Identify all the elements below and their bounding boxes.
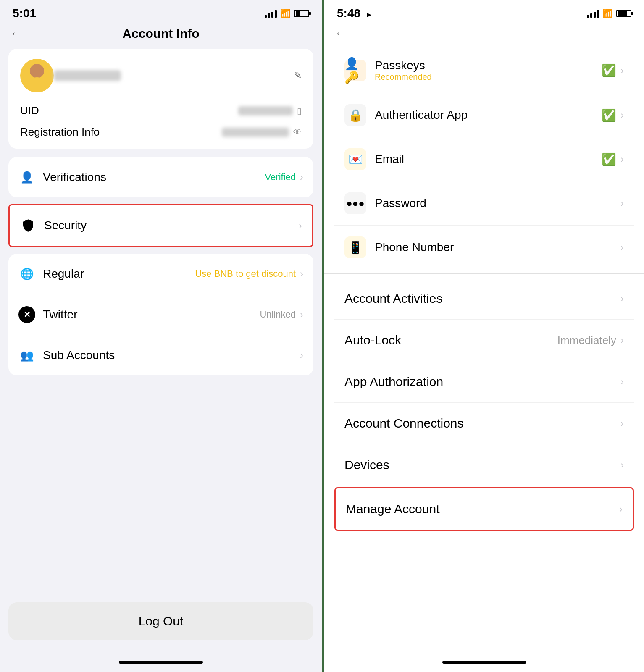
right-back-button[interactable]: ← — [334, 28, 346, 39]
chevron-icon: › — [620, 459, 624, 471]
left-time: 5:01 — [13, 7, 36, 20]
authenticator-icon: 🔒 — [344, 104, 366, 126]
devices-item[interactable]: Devices › — [334, 444, 634, 486]
right-nav-bar: ← — [324, 24, 644, 48]
battery-icon — [616, 10, 631, 17]
security-label: Security — [44, 219, 299, 232]
right-status-icons: 📶 — [587, 8, 631, 18]
phone-item[interactable]: 📱 Phone Number › — [334, 226, 634, 269]
unlinked-badge: Unlinked — [260, 309, 296, 320]
chevron-icon: › — [620, 242, 624, 253]
chevron-icon: › — [620, 334, 624, 346]
home-indicator — [119, 661, 203, 664]
manage-account-highlighted: Manage Account › — [334, 487, 634, 531]
people-icon: 👥 — [18, 347, 35, 364]
email-text: Email — [375, 152, 602, 166]
password-item[interactable]: ●●● Password › — [334, 181, 634, 226]
right-status-bar: 5:48 ► 📶 — [324, 0, 644, 24]
chevron-icon: › — [620, 65, 624, 76]
chevron-icon: › — [619, 503, 623, 515]
check-icon: ✅ — [602, 108, 616, 122]
logout-button[interactable]: Log Out — [8, 602, 313, 640]
email-item[interactable]: 💌 Email ✅ › — [334, 137, 634, 181]
menu-item-security[interactable]: Security › — [10, 205, 312, 246]
uid-row: UID ▯ — [20, 104, 302, 117]
account-connections-item[interactable]: Account Connections › — [334, 402, 634, 444]
avatar — [20, 59, 54, 92]
sub-accounts-label: Sub Accounts — [43, 349, 300, 362]
phone-text: Phone Number — [375, 241, 620, 254]
password-label: Password — [375, 197, 426, 210]
menu-item-sub-accounts[interactable]: 👥 Sub Accounts › — [8, 335, 313, 375]
chevron-icon: › — [620, 293, 624, 304]
verifications-label: Verifications — [43, 171, 265, 184]
shield-icon — [20, 217, 37, 234]
username-area — [54, 70, 289, 81]
uid-value-blur — [238, 106, 293, 116]
wifi-icon: 📶 — [280, 8, 291, 18]
right-panel: 5:48 ► 📶 ← 👤🔑 Passkeys — [322, 0, 644, 672]
password-text: Password — [375, 197, 620, 210]
twitter-label: Twitter — [43, 308, 260, 321]
left-nav-bar: ← Account Info — [0, 24, 322, 45]
eye-icon[interactable]: 👁 — [293, 127, 302, 137]
app-authorization-item[interactable]: App Authorization › — [334, 361, 634, 402]
username-blur — [54, 70, 121, 81]
passkeys-label: Passkeys — [375, 59, 425, 72]
auto-lock-item[interactable]: Auto-Lock Immediately › — [334, 319, 634, 361]
reg-value-row: 👁 — [222, 127, 302, 137]
copy-icon[interactable]: ▯ — [297, 106, 302, 116]
passkeys-item[interactable]: 👤🔑 Passkeys Recommended ✅ › — [334, 48, 634, 93]
edit-icon[interactable]: ✎ — [294, 70, 302, 81]
menu-item-twitter[interactable]: ✕ Twitter Unlinked › — [8, 294, 313, 335]
authenticator-item[interactable]: 🔒 Authenticator App ✅ › — [334, 93, 634, 137]
menu-section-bottom: 🌐 Regular Use BNB to get discount › ✕ Tw… — [8, 254, 313, 375]
right-time: 5:48 ► — [337, 7, 373, 20]
chevron-icon: › — [620, 109, 624, 121]
account-activities-label: Account Activities — [344, 291, 620, 306]
left-status-bar: 5:01 📶 — [0, 0, 322, 24]
authenticator-text: Authenticator App — [375, 108, 602, 122]
divider — [324, 273, 644, 274]
chevron-icon: › — [300, 171, 303, 183]
app-authorization-label: App Authorization — [344, 375, 620, 389]
security-section: 👤🔑 Passkeys Recommended ✅ › 🔒 Authentica… — [324, 48, 644, 269]
email-icon: 💌 — [344, 148, 366, 170]
security-item-highlighted[interactable]: Security › — [8, 204, 313, 247]
logout-label: Log Out — [139, 614, 184, 628]
reg-label: Registration Info — [20, 126, 100, 139]
account-activities-item[interactable]: Account Activities › — [334, 278, 634, 319]
reg-value-blur — [222, 128, 289, 137]
chevron-icon: › — [300, 309, 303, 320]
uid-label: UID — [20, 104, 39, 117]
passkeys-icon: 👤🔑 — [344, 60, 366, 81]
menu-item-verifications[interactable]: 👤 Verifications Verified › — [8, 157, 313, 197]
profile-header: ✎ — [20, 59, 302, 92]
signal-icon — [587, 9, 599, 18]
passkeys-sublabel: Recommended — [375, 72, 602, 82]
left-status-icons: 📶 — [265, 8, 309, 18]
page-title: Account Info — [122, 26, 199, 41]
auto-lock-label: Auto-Lock — [344, 333, 557, 347]
bnb-badge: Use BNB to get discount — [195, 268, 296, 279]
menu-item-regular[interactable]: 🌐 Regular Use BNB to get discount › — [8, 254, 313, 294]
chevron-icon: › — [299, 220, 302, 231]
wifi-icon: 📶 — [602, 8, 613, 18]
twitter-icon: ✕ — [18, 306, 35, 323]
manage-account-label: Manage Account — [346, 502, 619, 516]
devices-label: Devices — [344, 458, 620, 472]
back-button[interactable]: ← — [10, 28, 22, 39]
authenticator-label: Authenticator App — [375, 108, 468, 121]
chevron-icon: › — [300, 268, 303, 280]
reg-row: Registration Info 👁 — [20, 126, 302, 139]
passkeys-text: Passkeys Recommended — [375, 59, 602, 82]
plain-items-section: Account Activities › Auto-Lock Immediate… — [324, 278, 644, 531]
password-icon: ●●● — [344, 192, 366, 214]
profile-card: ✎ UID ▯ Registration Info 👁 — [8, 49, 313, 149]
check-icon: ✅ — [602, 152, 616, 166]
uid-value-row: ▯ — [238, 106, 302, 116]
chevron-icon: › — [620, 417, 624, 429]
manage-account-item[interactable]: Manage Account › — [336, 488, 633, 530]
chevron-icon: › — [620, 153, 624, 165]
chevron-icon: › — [620, 376, 624, 388]
